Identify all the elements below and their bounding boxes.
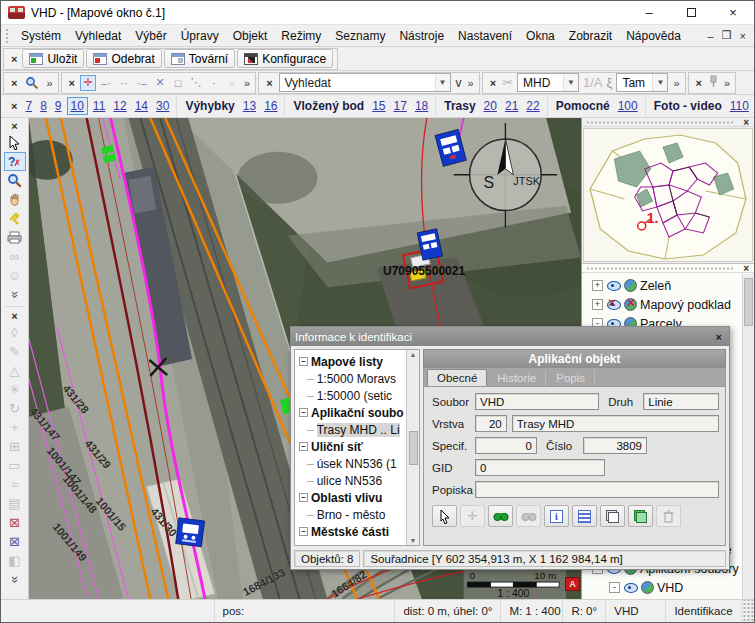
snap-line-mid-icon[interactable]: –·	[98, 75, 114, 91]
layer-number-link-11[interactable]: 11	[90, 98, 108, 114]
identification-tree-item[interactable]: 1:5000 Moravs	[299, 370, 406, 387]
layer-globe-icon[interactable]	[641, 581, 654, 594]
layer-number-link-7[interactable]: 7	[22, 98, 35, 114]
scroll-up-icon[interactable]: ▲	[410, 351, 417, 358]
chevron-down-icon[interactable]: ▼	[563, 74, 578, 91]
identification-tree-item[interactable]: úsek NN536 (1	[299, 455, 406, 472]
select-cursor-button[interactable]	[432, 505, 457, 527]
visibility-eye-icon[interactable]: ✕	[606, 299, 621, 310]
tab-obecn[interactable]: Obecné	[427, 369, 487, 386]
expander-icon[interactable]: +	[592, 299, 603, 310]
layer-globe-icon[interactable]	[624, 279, 637, 292]
gid-field[interactable]: 0	[475, 459, 605, 476]
identification-tree-item[interactable]: Brno - město	[299, 506, 406, 523]
layer-number-link-17[interactable]: 17	[391, 98, 410, 114]
cislo-field[interactable]: 3809	[583, 437, 647, 454]
dialog-title-bar[interactable]: Informace k identifikaci ×	[291, 327, 729, 346]
layer-number-link-10[interactable]: 10	[67, 97, 88, 115]
layer-number-link-22[interactable]: 22	[523, 98, 542, 114]
visibility-eye-icon[interactable]	[623, 582, 638, 593]
layer-row-vhd[interactable]: -VHD	[584, 578, 754, 597]
identification-tree-item[interactable]: 1:50000 (setic	[299, 387, 406, 404]
print-icon[interactable]	[4, 228, 26, 247]
overflow-chevron-icon[interactable]: »	[465, 77, 476, 89]
layer-number-link-110[interactable]: 110	[727, 98, 752, 114]
toolbar-close-icon[interactable]: ×	[262, 77, 276, 89]
close-toolbar-icon[interactable]: ×	[4, 119, 26, 133]
toolbar-close-icon[interactable]: ×	[7, 100, 21, 112]
panel-grip[interactable]: ×	[582, 118, 754, 127]
layer-row-mapovpodklad[interactable]: +✕✕Mapový podklad	[584, 295, 754, 314]
layer-number-link-18[interactable]: 18	[412, 98, 431, 114]
druh-field[interactable]: Linie	[643, 393, 719, 410]
snap-cross-icon[interactable]: ✕	[152, 75, 168, 91]
zoom-tool-icon[interactable]	[21, 73, 43, 92]
toolbar-button-odebrat[interactable]: Odebrat	[86, 49, 161, 68]
menu-item-nstroje[interactable]: Nástroje	[392, 27, 451, 45]
close-toolbar-icon[interactable]: ×	[4, 309, 26, 323]
popiska-field[interactable]	[475, 481, 719, 498]
search-combo[interactable]: Vyhledat ▼	[279, 73, 451, 92]
pan-hand-icon[interactable]	[4, 190, 26, 209]
dialog-close-icon[interactable]: ×	[713, 331, 725, 343]
snap-segment-icon[interactable]: ·–	[134, 75, 150, 91]
mhd-combo[interactable]: MHD ▼	[517, 73, 579, 92]
dialog-tree-scrollbar[interactable]: ▲ ▼	[406, 350, 419, 545]
report-button[interactable]	[572, 505, 597, 527]
layer-number-link-21[interactable]: 21	[502, 98, 521, 114]
snap-two-points-icon[interactable]: ··	[116, 75, 132, 91]
topology-red-icon[interactable]: ⊠	[4, 513, 26, 532]
maximize-button[interactable]	[670, 1, 712, 24]
route-nodes-icon[interactable]: ξ	[605, 75, 615, 90]
overflow-chevron-icon[interactable]: »	[721, 77, 732, 89]
toolbar-close-icon[interactable]: ×	[65, 77, 79, 89]
identification-tree-item[interactable]: −Aplikační soubo	[299, 404, 406, 421]
menu-item-vbr[interactable]: Výběr	[128, 27, 173, 45]
layer-number-link-13[interactable]: 13	[240, 98, 259, 114]
tab-popis[interactable]: Popis	[547, 370, 595, 386]
expander-icon[interactable]: −	[299, 493, 308, 502]
info-button[interactable]: i	[544, 505, 569, 527]
identify-icon[interactable]: ?✗	[4, 152, 26, 171]
identification-tree-item[interactable]: ulice NN536	[299, 472, 406, 489]
scroll-down-icon[interactable]: ▼	[410, 537, 417, 544]
expander-icon[interactable]: −	[299, 408, 308, 417]
identification-tree-item[interactable]: −Městské části	[299, 523, 406, 540]
more-tools-icon[interactable]: »	[5, 284, 24, 306]
layer-row-zele[interactable]: +Zeleň	[584, 276, 754, 295]
layer-number-link-14[interactable]: 14	[132, 98, 151, 114]
toolbar-close-icon[interactable]: ×	[7, 53, 21, 65]
chevron-down-icon[interactable]: ▼	[652, 74, 667, 91]
zoom-icon[interactable]	[4, 171, 26, 190]
menu-item-systm[interactable]: Systém	[14, 27, 68, 45]
layer-number-link-100[interactable]: 100	[615, 98, 641, 114]
toolbar-close-icon[interactable]: ×	[7, 77, 21, 89]
topology-blue-icon[interactable]: ⊠	[4, 532, 26, 551]
snap-dot-icon[interactable]: ·	[206, 75, 222, 91]
layer-number-link-8[interactable]: 8	[37, 98, 50, 114]
menu-item-okna[interactable]: Okna	[519, 27, 562, 45]
layer-number-link-30[interactable]: 30	[153, 98, 172, 114]
layer-number-link-20[interactable]: 20	[481, 98, 500, 114]
specif-field[interactable]: 0	[475, 437, 537, 454]
vrstva-name-field[interactable]: Trasy MHD	[512, 415, 719, 432]
layer-number-link-12[interactable]: 12	[110, 98, 129, 114]
identification-tree-item[interactable]: −Uliční síť	[299, 438, 406, 455]
mdi-close-icon[interactable]: ×	[740, 30, 746, 42]
snap-dots-icon[interactable]: ⋱	[188, 75, 204, 91]
copy-button[interactable]	[600, 505, 625, 527]
expander-icon[interactable]: −	[299, 357, 308, 366]
panel-grip[interactable]: ×	[582, 264, 754, 273]
expander-icon[interactable]: +	[592, 280, 603, 291]
mdi-restore-icon[interactable]: ❒	[722, 29, 732, 42]
select-cursor-icon[interactable]	[4, 133, 26, 152]
expander-icon[interactable]: −	[299, 442, 308, 451]
toolbar-button-uložit[interactable]: Uložit	[22, 49, 84, 68]
close-layers-icon[interactable]: ×	[738, 263, 754, 274]
menu-item-vyhledat[interactable]: Vyhledat	[68, 27, 128, 45]
resize-grip[interactable]	[741, 600, 754, 622]
expander-icon[interactable]: −	[299, 527, 308, 536]
menu-item-pravy[interactable]: Úpravy	[174, 27, 226, 45]
identification-tree-item[interactable]: Trasy MHD .. Li	[299, 421, 406, 438]
tam-combo[interactable]: Tam ▼	[616, 73, 668, 92]
